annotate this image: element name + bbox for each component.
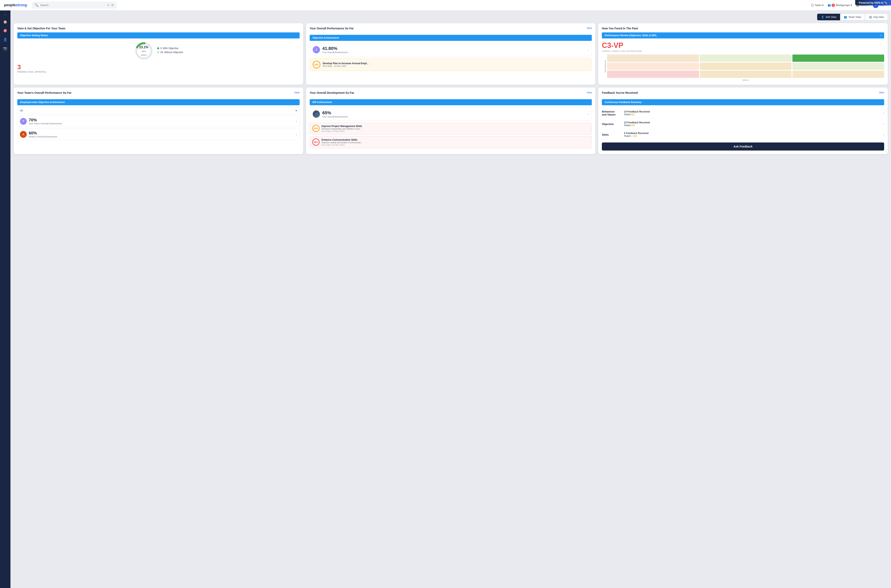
sidebar-expand-btn[interactable]: » [4,12,7,16]
feedback-rating-0: Rated 4.2 [624,113,650,116]
filter-icon[interactable]: ⚙ [111,3,114,7]
feedback-detail-0: 14 Feedback Received Rated 4.2 [624,110,650,116]
dev-achievement-info: 65% Your Overall Achievement [322,110,348,118]
org-view-button[interactable]: 🏢 Org View [865,14,888,20]
team-pct-1: 60% [29,131,57,135]
feedback-row-0[interactable]: Behaviourand Values 14 Feedback Received… [602,108,884,119]
team-row-1[interactable]: A 60% Aman's Overall Achievement › [17,129,300,140]
sidebar-target-icon[interactable]: 🎯 [2,27,9,34]
achievement-row[interactable]: J 41.80% Your Overall Achievement › [310,43,592,56]
card3-section-header[interactable]: Performance Review (Objective, Skills & … [602,32,884,38]
team-info-0: 70% Your Team's Overall Achievement [29,118,62,125]
matrix-cell-2-1 [700,70,792,78]
dev-goal-1-progress: 45% [312,138,320,146]
feedback-count-2: 5 Feedback Received [624,132,648,135]
tasks-icon: 📋 [811,4,814,7]
card6-section-header: Continuous Feedback Summary [602,99,884,105]
card-development: Your Overall Development So Far View IDP… [306,87,596,154]
achievement-chevron-right: › [588,48,589,51]
dropdown-chevron: ▾ [296,109,297,112]
feedback-row-1[interactable]: Objective 12 Feedback Received Rated 3.5… [602,119,884,129]
feedback-type-0: Behaviourand Values [602,110,624,116]
close-icon[interactable]: ✕ [107,3,110,7]
card-team-performance: Your Team's Overall Performance So Far V… [14,87,303,154]
card4-header-row: Your Team's Overall Performance So Far V… [17,91,300,97]
view-switcher: 👤 Self View 👥 Team View 🏢 Org View [14,14,888,20]
goal-row: 86% Develop Plan to Increase Annual Empl… [310,58,592,71]
goal-due: Due Date : 12 Dec 2023 [323,65,369,67]
sidebar-home-icon[interactable]: 🏠 [2,18,9,26]
legend: 9 With Objective 30 Without Objective [157,47,183,55]
goal-info: Develop Plan to Increase Annual Empl... … [323,62,369,67]
tasks-nav[interactable]: 📋 Tasks ▾ [811,4,824,7]
search-icon: 🔍 [34,3,39,7]
self-view-button[interactable]: 👤 Self View [817,14,840,20]
genai-banner: Powered by GEN-AI ✏️ [855,0,891,5]
team-view-button[interactable]: 👥 Team View [840,14,865,20]
ask-feedback-button[interactable]: Ask Feedback [602,142,884,150]
navbar: peoplestrong· 🔍 ✕ ⚙ 📋 Tasks ▾ 👥 2 Workgr… [0,0,891,10]
team-sub-0: Your Team's Overall Achievement [29,122,62,125]
card5-view-link[interactable]: View [587,91,592,94]
achievement-pct: 41.80% [322,46,348,51]
feedback-rating-2: Rated -- 3.5 [624,135,648,138]
donut-label: WITH GOALS [141,51,147,56]
dev-achievement-sub: Your Overall Achievement [322,116,348,118]
team-row-0[interactable]: T 70% Your Team's Overall Achievement › [17,116,300,127]
card2-view-link[interactable]: View [587,27,592,30]
card1-section-header: Objective Setting Status [17,32,300,38]
perf-review-chevron: › [880,34,881,37]
skills-label: SKILLS [607,79,884,81]
dev-achievement-pct: 65% [322,110,348,116]
goal-title: Develop Plan to Increase Annual Empl... [323,62,369,65]
dev-goal-0: 50% Improve Project Management Skills En… [310,123,592,135]
pending-number: 3 [17,63,300,71]
card3-title: How You Fared In The Past [602,27,884,30]
legend-with: 9 With Objective [157,47,183,50]
dev-achievement-row[interactable]: 👤 65% Your Overall Achievement › [310,108,592,120]
donut-container: 23.1% WITH GOALS 9 With Objective 30 [17,41,300,61]
goal-circle-progress: 86% [313,61,320,68]
team-avatar-0: T [20,118,27,125]
rating-label: OVERALL ANNUAL FINAL RATING/SCORE [602,50,884,52]
feedback-row-2[interactable]: Skills 5 Feedback Received Rated -- 3.5 … [602,129,884,140]
matrix-cell-1-2 [792,63,884,70]
matrix-cell-0-1 [700,54,792,62]
card-objective-setting: View & Set Objective For Your Team Objec… [14,23,303,85]
donut-chart: 23.1% WITH GOALS [134,41,154,61]
sidebar-person-icon[interactable]: 👤 [2,36,9,43]
sidebar-photo-icon[interactable]: 📷 [2,45,9,52]
legend-with-label: With Objective [163,47,178,50]
workgroups-badge: 2 [832,4,835,7]
logo[interactable]: peoplestrong· [4,3,28,7]
matrix-grid: PERFORMANCE SKILLS [602,54,884,81]
workgroups-chevron: ▾ [850,4,852,7]
feedback-detail-2: 5 Feedback Received Rated -- 3.5 [624,132,648,138]
team-info-1: 60% Aman's Overall Achievement [29,131,57,138]
dev-goal-0-info: Improve Project Management Skills Enhanc… [321,125,362,132]
card4-dropdown[interactable]: All ▾ [17,108,300,114]
feedback-count-1: 12 Feedback Received [624,121,650,124]
team-view-icon: 👥 [844,15,847,18]
workgroups-icon: 👥 [828,4,831,7]
legend-without-count: 30 [160,51,163,54]
perf-label: PERFORMANCE [602,60,606,73]
workgroups-nav[interactable]: 👥 2 Workgroups ▾ [828,4,852,7]
card-overall-performance: Your Overall Performance So Far View Obj… [306,23,596,85]
legend-dot-green [157,47,159,49]
search-bar[interactable]: 🔍 ✕ ⚙ [32,2,117,9]
achievement-avatar: J [313,46,320,53]
dev-goal-0-progress: 50% [312,125,320,132]
card4-title: Your Team's Overall Performance So Far [17,91,72,94]
card6-view-link[interactable]: View [879,91,884,94]
card4-view-link[interactable]: View [294,91,300,94]
search-input[interactable] [40,4,105,7]
rating-score: C3-VP [602,41,884,50]
legend-with-count: 9 [160,47,162,50]
legend-dot-gray [157,51,159,53]
feedback-row-0-chevron: › [883,111,884,115]
content-area: 👤 Self View 👥 Team View 🏢 Org View View … [10,10,891,588]
team-row-0-chevron: › [296,120,297,123]
dev-goal-1: 45% Enhance Communication Skills Improve… [310,136,592,148]
feedback-count-0: 14 Feedback Received [624,110,650,113]
